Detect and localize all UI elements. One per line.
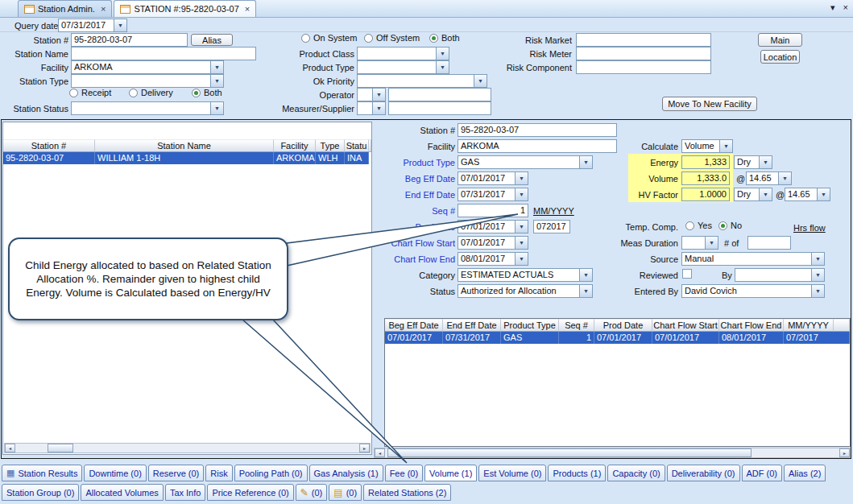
- column-header[interactable]: Station Name: [95, 139, 274, 152]
- beg-eff-date-label[interactable]: Beg Eff Date: [373, 174, 455, 184]
- seq-number-field[interactable]: 1: [458, 204, 528, 217]
- temp-comp-yes-radio[interactable]: Yes: [685, 221, 712, 230]
- tab-deliverability[interactable]: Deliverability (0): [667, 465, 740, 481]
- product-type-select[interactable]: ▼: [357, 60, 449, 74]
- facility-select[interactable]: ARKOMA ▼: [71, 60, 224, 74]
- station-list-row-selected[interactable]: 95-2820-03-07 WILLIAM 1-18H ARKOMA WLH I…: [3, 152, 371, 164]
- tab-pooling-path[interactable]: Pooling Path (0): [234, 465, 308, 481]
- main-button[interactable]: Main: [758, 33, 802, 47]
- chevron-down-icon[interactable]: ▾: [830, 2, 835, 13]
- delivery-radio[interactable]: Delivery: [129, 88, 173, 97]
- operator-field[interactable]: [388, 88, 491, 101]
- scroll-left-icon[interactable]: ◂: [5, 444, 15, 452]
- risk-market-field[interactable]: [576, 33, 711, 47]
- scrollbar-thumb[interactable]: [48, 444, 73, 452]
- tab-station-detail[interactable]: STATION #:95-2820-03-07 ×: [114, 0, 256, 17]
- operator-type-select[interactable]: ▼: [357, 88, 386, 101]
- column-header[interactable]: Product Type: [501, 319, 559, 332]
- close-icon[interactable]: ×: [843, 2, 848, 13]
- tab-fee[interactable]: Fee (0): [385, 465, 423, 481]
- receipt-radio[interactable]: Receipt: [69, 88, 111, 97]
- tab-station-results[interactable]: ▦ Station Results: [2, 465, 82, 481]
- prod-date-label[interactable]: Prod Date: [373, 222, 455, 233]
- volume-field[interactable]: 1,333.0: [681, 171, 730, 185]
- num-of-field[interactable]: [747, 236, 791, 250]
- column-header[interactable]: Chart Flow End: [719, 319, 784, 332]
- station-name-field[interactable]: [71, 47, 256, 60]
- on-system-radio[interactable]: On System: [301, 33, 357, 43]
- column-header[interactable]: Seq #: [559, 319, 594, 332]
- column-header[interactable]: Prod Date: [594, 319, 652, 332]
- tab-price-reference[interactable]: Price Reference (0): [207, 484, 293, 501]
- detail-hscrollbar[interactable]: ◂ ▸: [374, 448, 851, 458]
- column-header[interactable]: Station #: [3, 139, 95, 152]
- tab-comments[interactable]: ▤ (0): [329, 484, 362, 501]
- status-select[interactable]: Authorized for Allocation▼: [458, 284, 593, 298]
- receipt-both-radio[interactable]: Both: [192, 88, 222, 97]
- reviewed-checkbox[interactable]: [682, 269, 692, 279]
- tab-products[interactable]: Products (1): [548, 465, 606, 481]
- volume-pressure-select[interactable]: 14.65▼: [746, 171, 792, 185]
- chart-flow-end-label[interactable]: Chart Flow End: [373, 254, 455, 265]
- product-class-select[interactable]: ▼: [357, 47, 449, 60]
- tab-adf[interactable]: ADF (0): [742, 465, 783, 481]
- move-to-new-facility-button[interactable]: Move To New Facility: [662, 97, 757, 111]
- scroll-left-icon[interactable]: ◂: [375, 448, 385, 457]
- column-header[interactable]: Chart Flow Start: [652, 319, 719, 332]
- energy-field[interactable]: 1,333: [681, 155, 730, 169]
- detail-product-type-select[interactable]: GAS▼: [458, 155, 593, 169]
- station-type-select[interactable]: ▼: [71, 74, 224, 88]
- tab-reserve[interactable]: Reserve (0): [148, 465, 204, 481]
- station-list-hscrollbar[interactable]: ◂ ▸: [4, 443, 371, 453]
- tab-tax-info[interactable]: Tax Info: [165, 484, 206, 501]
- category-select[interactable]: ESTIMATED ACTUALS▼: [458, 268, 593, 282]
- column-header[interactable]: End Eff Date: [443, 319, 501, 332]
- alias-button[interactable]: Alias: [191, 34, 233, 46]
- tab-alias[interactable]: Alias (2): [784, 465, 826, 481]
- close-tab-icon[interactable]: ×: [101, 5, 106, 14]
- entered-by-select[interactable]: David Covich▼: [681, 284, 825, 298]
- chart-flow-start-label[interactable]: Chart Flow Start: [373, 238, 455, 249]
- end-eff-date-label[interactable]: End Eff Date: [373, 190, 455, 200]
- station-status-select[interactable]: ▼: [71, 101, 224, 115]
- column-header[interactable]: Beg Eff Date: [385, 319, 443, 332]
- reviewed-by-select[interactable]: ▼: [735, 268, 825, 282]
- measurer-supplier-field[interactable]: [388, 101, 491, 115]
- prod-date-picker[interactable]: 07/01/2017▼: [458, 220, 528, 233]
- chart-flow-start-picker[interactable]: 07/01/2017▼: [458, 236, 528, 250]
- meas-duration-select[interactable]: ▼: [681, 236, 718, 250]
- tab-station-group[interactable]: Station Group (0): [2, 484, 79, 501]
- calculate-select[interactable]: Volume▼: [681, 139, 733, 153]
- close-tab-icon[interactable]: ×: [245, 5, 250, 14]
- location-button[interactable]: Location: [760, 50, 800, 64]
- detail-product-type-label[interactable]: Product Type: [373, 158, 455, 168]
- tab-gas-analysis[interactable]: Gas Analysis (1): [309, 465, 383, 481]
- tab-allocated-volumes[interactable]: Allocated Volumes: [81, 484, 164, 501]
- hv-factor-field[interactable]: 1.0000: [681, 188, 730, 201]
- off-system-radio[interactable]: Off System: [364, 33, 420, 43]
- ok-priority-select[interactable]: ▼: [357, 74, 487, 88]
- energy-basis-select[interactable]: Dry▼: [734, 155, 772, 169]
- risk-meter-field[interactable]: [576, 47, 711, 60]
- temp-comp-no-radio[interactable]: No: [718, 221, 742, 230]
- scrollbar-thumb[interactable]: [387, 448, 752, 457]
- column-header[interactable]: Statu: [345, 139, 369, 152]
- column-header[interactable]: MM/YYYY: [784, 319, 834, 332]
- prod-month-field[interactable]: 072017: [533, 220, 570, 233]
- measurer-type-select[interactable]: ▼: [357, 101, 386, 115]
- hv-pressure-select[interactable]: 14.65▼: [785, 188, 830, 201]
- scroll-right-icon[interactable]: ▸: [839, 448, 850, 457]
- detail-facility-field[interactable]: ARKOMA: [458, 139, 617, 153]
- volume-table-row-selected[interactable]: 07/01/2017 07/31/2017 GAS 1 07/01/2017 0…: [385, 332, 850, 344]
- tab-related-stations[interactable]: Related Stations (2): [363, 484, 451, 501]
- seq-number-label[interactable]: Seq #: [373, 206, 455, 217]
- tab-station-admin[interactable]: Station Admin. ×: [18, 0, 112, 17]
- tab-downtime[interactable]: Downtime (0): [84, 465, 146, 481]
- system-both-radio[interactable]: Both: [429, 33, 460, 43]
- tab-volume[interactable]: Volume (1): [424, 465, 477, 481]
- hv-basis-select[interactable]: Dry▼: [734, 188, 772, 201]
- query-date-select[interactable]: 07/31/2017 ▼: [58, 19, 127, 32]
- beg-eff-date-picker[interactable]: 07/01/2017▼: [458, 171, 528, 185]
- detail-station-number-field[interactable]: 95-2820-03-07: [458, 123, 617, 137]
- tab-risk[interactable]: Risk: [205, 465, 232, 481]
